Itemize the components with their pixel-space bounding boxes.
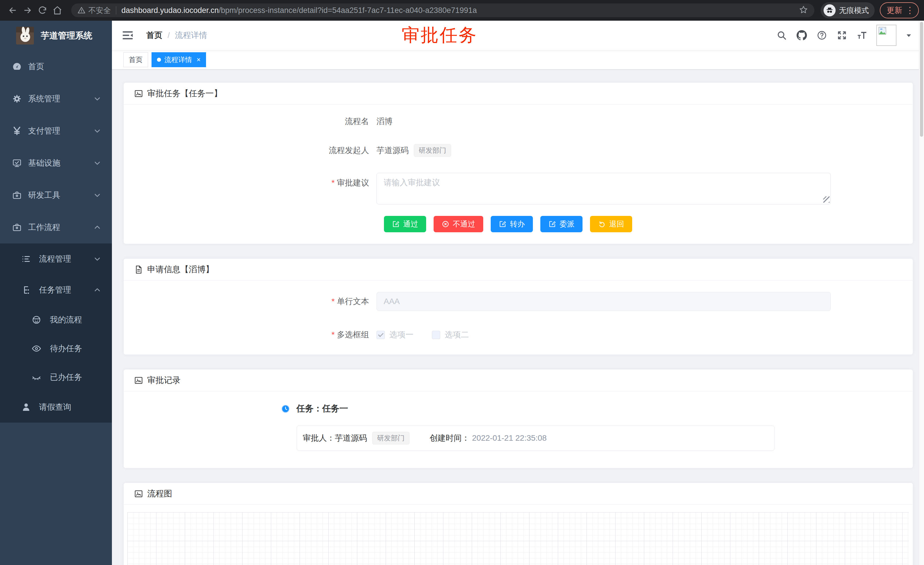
tree-icon [21, 285, 31, 295]
bpmn-canvas[interactable] [128, 512, 909, 565]
sidebar-item-done-tasks[interactable]: 已办任务 [0, 363, 112, 392]
card-header: 审批任务【任务一】 [124, 83, 913, 105]
update-label: 更新 [887, 5, 902, 15]
browser-update-button[interactable]: 更新 ⋮ [880, 2, 919, 18]
back-icon[interactable] [5, 3, 20, 18]
sidebar: 芋道管理系统 首页 系统管理 支付管理 [0, 21, 112, 565]
process-diagram-card: 流程图 [123, 482, 913, 565]
tag-label: 流程详情 [164, 55, 192, 64]
tag-home[interactable]: 首页 [123, 52, 148, 67]
clock-icon [281, 404, 290, 413]
chevron-down-icon [93, 127, 101, 135]
sidebar-item-label: 我的流程 [50, 314, 82, 325]
checkbox-option-2: 选项二 [432, 329, 469, 340]
omnibox-divider [116, 6, 116, 14]
reload-icon[interactable] [35, 3, 50, 18]
tag-label: 首页 [129, 55, 142, 64]
approval-actions: 通过 不通过 转办 委派 [384, 216, 903, 232]
card-header: 流程图 [124, 483, 913, 505]
checkbox-checked-icon [376, 331, 385, 339]
card-title: 审批任务【任务一】 [147, 88, 222, 99]
breadcrumb-home-link[interactable]: 首页 [146, 30, 162, 41]
checkbox-group: 选项一 选项二 [376, 329, 469, 340]
forward-icon[interactable] [20, 3, 35, 18]
help-icon[interactable] [816, 30, 828, 41]
suggestion-textarea[interactable] [376, 173, 831, 204]
sidebar-item-my-process[interactable]: 我的流程 [0, 305, 112, 334]
sidebar-item-label: 请假查询 [39, 402, 71, 413]
approval-task-card: 审批任务【任务一】 流程名 滔博 流程发起人 芋道源码 研发部门 审批建议 [123, 83, 913, 244]
active-dot [157, 58, 161, 62]
chevron-up-icon [93, 224, 101, 231]
approve-button[interactable]: 通过 [384, 216, 426, 232]
gear-icon [12, 94, 22, 104]
bookmark-star-icon[interactable] [799, 5, 808, 15]
sidebar-item-home[interactable]: 首页 [0, 51, 112, 83]
chevron-down-icon [93, 95, 101, 102]
initiator-value: 芋道源码 [376, 145, 409, 156]
font-size-icon[interactable] [856, 30, 868, 41]
search-icon[interactable] [776, 30, 788, 41]
dashboard-icon [12, 62, 22, 72]
monitor-icon [12, 158, 22, 168]
sidebar-item-task-mgmt[interactable]: 任务管理 [0, 275, 112, 305]
page-content: 审批任务【任务一】 流程名 滔博 流程发起人 芋道源码 研发部门 审批建议 [112, 69, 924, 565]
chevron-up-icon [93, 286, 101, 294]
chevron-down-icon [93, 159, 101, 167]
card-body: 任务：任务一 审批人： 芋道源码 研发部门 创建时间： 2022-01-21 2… [124, 391, 913, 468]
checkbox-option-1: 选项一 [376, 329, 414, 340]
card-title: 流程图 [147, 488, 172, 500]
sidebar-item-workflow[interactable]: 工作流程 [0, 211, 112, 243]
transfer-button[interactable]: 转办 [491, 216, 533, 232]
app-logo [16, 27, 34, 45]
user-icon [21, 402, 31, 412]
initiator-label: 流程发起人 [134, 145, 376, 156]
avatar[interactable] [876, 25, 897, 46]
picture-icon [134, 89, 143, 98]
fullscreen-icon[interactable] [836, 30, 848, 41]
workflow-submenu: 流程管理 任务管理 我的流程 [0, 243, 112, 422]
approval-record-card: 审批记录 任务：任务一 审批人： 芋道源码 研发部门 创建时间： 202 [123, 369, 913, 468]
eye-icon [32, 344, 41, 353]
suggestion-label: 审批建议 [134, 173, 376, 188]
close-icon[interactable]: × [196, 56, 201, 63]
record-item: 审批人： 芋道源码 研发部门 创建时间： 2022-01-21 22:35:08 [297, 425, 774, 451]
delegate-button[interactable]: 委派 [540, 216, 582, 232]
sidebar-toggle-icon[interactable] [122, 29, 134, 41]
sidebar-item-leave-query[interactable]: 请假查询 [0, 392, 112, 422]
url-text: dashboard.yudao.iocoder.cn/bpm/process-i… [122, 6, 795, 15]
sidebar-item-system[interactable]: 系统管理 [0, 83, 112, 115]
single-text-input [376, 292, 831, 311]
address-bar[interactable]: 不安全 dashboard.yudao.iocoder.cn/bpm/proce… [71, 3, 814, 17]
sidebar-item-label: 支付管理 [28, 125, 60, 136]
sidebar-item-todo-tasks[interactable]: 待办任务 [0, 334, 112, 363]
eye-closed-icon [32, 373, 41, 382]
return-button[interactable]: 退回 [590, 216, 632, 232]
resize-handle[interactable] [823, 196, 830, 203]
security-chip[interactable]: 不安全 [78, 6, 111, 15]
incognito-label: 无痕模式 [839, 6, 869, 15]
sidebar-item-payment[interactable]: 支付管理 [0, 115, 112, 147]
sidebar-item-label: 基础设施 [28, 158, 60, 168]
github-icon[interactable] [796, 30, 807, 41]
chevron-down-icon[interactable] [905, 32, 912, 39]
sidebar-item-label: 首页 [28, 61, 44, 72]
page-scrollbar[interactable] [919, 21, 924, 565]
document-icon [134, 265, 143, 274]
sidebar-item-label: 工作流程 [28, 222, 60, 233]
scrollbar-thumb[interactable] [920, 22, 923, 137]
application-info-card: 申请信息【滔博】 单行文本 多选框组 选项一 [123, 258, 913, 355]
process-name-label: 流程名 [134, 116, 376, 127]
assignee-label: 审批人： [303, 433, 335, 443]
browser-menu-icon[interactable]: ⋮ [906, 6, 914, 15]
sidebar-item-devtools[interactable]: 研发工具 [0, 179, 112, 211]
home-icon[interactable] [50, 3, 65, 18]
sidebar-item-infra[interactable]: 基础设施 [0, 147, 112, 179]
dept-badge: 研发部门 [414, 144, 451, 157]
sidebar-logo-row[interactable]: 芋道管理系统 [0, 21, 112, 51]
reject-button[interactable]: 不通过 [434, 216, 483, 232]
tag-process-detail[interactable]: 流程详情 × [152, 52, 206, 67]
incognito-badge: 无痕模式 [821, 2, 874, 18]
incognito-icon [824, 4, 836, 17]
sidebar-item-process-mgmt[interactable]: 流程管理 [0, 243, 112, 275]
